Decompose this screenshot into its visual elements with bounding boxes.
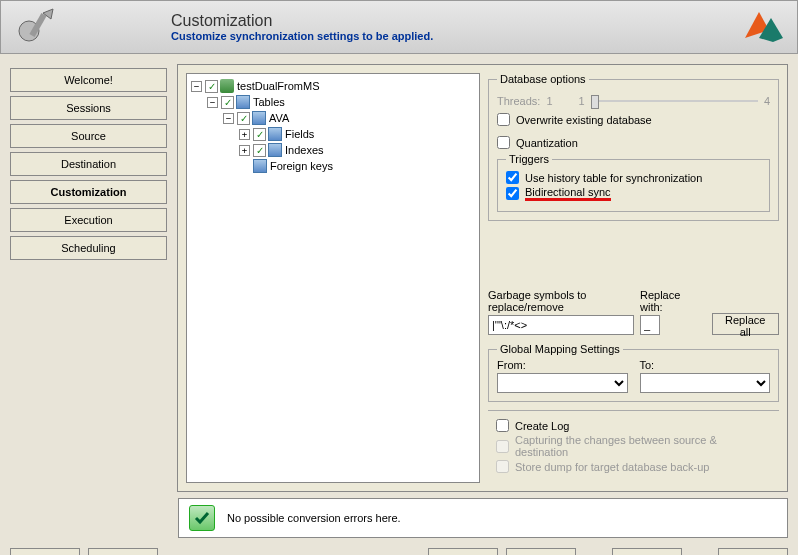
tree-toggle[interactable]: − [191,81,202,92]
tree-checkbox[interactable]: ✓ [205,80,218,93]
createlog-label: Create Log [515,420,569,432]
tree-toggle[interactable]: + [239,129,250,140]
garbage-label: Garbage symbols to replace/remove [488,289,634,313]
help-button[interactable]: Help [718,548,788,555]
threads-slider[interactable] [591,91,758,111]
sidebar-item-scheduling[interactable]: Scheduling [10,236,167,260]
database-icon [220,79,234,93]
triggers-legend: Triggers [506,153,552,165]
status-bar: No possible conversion errors here. [178,498,788,538]
tree-fk[interactable]: Foreign keys [270,160,333,172]
replace-input[interactable] [640,315,660,335]
threads-max: 4 [764,95,770,107]
overwrite-checkbox[interactable] [497,113,510,126]
createlog-checkbox[interactable] [496,419,509,432]
app-logo-icon [741,8,785,46]
dump-checkbox [496,460,509,473]
tables-icon [236,95,250,109]
sidebar: Welcome! Sessions Source Destination Cus… [10,64,167,492]
threads-value: 1 [579,95,585,107]
to-label: To: [640,359,771,371]
options-panel: Database options Threads: 1 1 4 Overwrit… [488,73,779,483]
log-group: Create Log Capturing the changes between… [488,410,779,483]
sidebar-item-source[interactable]: Source [10,124,167,148]
quantization-checkbox[interactable] [497,136,510,149]
tree-checkbox[interactable]: ✓ [253,128,266,141]
success-icon [189,505,215,531]
tree-checkbox[interactable]: ✓ [221,96,234,109]
database-options-group: Database options Threads: 1 1 4 Overwrit… [488,73,779,221]
settings-button[interactable]: Settings [88,548,158,555]
tree-toggle[interactable]: − [223,113,234,124]
footer: About Settings < Back Next > Exit Help [0,538,798,555]
dump-label: Store dump for target database back-up [515,461,709,473]
replace-all-button[interactable]: Replace all [712,313,780,335]
foreign-keys-icon [253,159,267,173]
page-subtitle: Customize synchronization settings to be… [171,30,741,42]
tree-toggle[interactable]: + [239,145,250,156]
mapping-legend: Global Mapping Settings [497,343,623,355]
to-select[interactable] [640,373,771,393]
tree-fields[interactable]: Fields [285,128,314,140]
quantization-label: Quantization [516,137,578,149]
sidebar-item-customization[interactable]: Customization [10,180,167,204]
sidebar-item-sessions[interactable]: Sessions [10,96,167,120]
tree-tables[interactable]: Tables [253,96,285,108]
next-button[interactable]: Next > [506,548,576,555]
tree-checkbox[interactable]: ✓ [253,144,266,157]
table-icon [252,111,266,125]
content-panel: − ✓ testDualFromMS − ✓ Tables − ✓ AVA + … [177,64,788,492]
tree-root[interactable]: testDualFromMS [237,80,320,92]
replace-label: Replace with: [640,289,706,313]
back-button[interactable]: < Back [428,548,498,555]
sidebar-item-execution[interactable]: Execution [10,208,167,232]
history-label: Use history table for synchronization [525,172,702,184]
threads-min: 1 [546,95,552,107]
sidebar-item-destination[interactable]: Destination [10,152,167,176]
garbage-row: Garbage symbols to replace/remove Replac… [488,289,779,335]
fields-icon [268,127,282,141]
exit-button[interactable]: Exit [612,548,682,555]
header: Customization Customize synchronization … [0,0,798,54]
tree-checkbox[interactable]: ✓ [237,112,250,125]
tree-toggle[interactable]: − [207,97,218,108]
tree-indexes[interactable]: Indexes [285,144,324,156]
from-label: From: [497,359,628,371]
garbage-input[interactable] [488,315,634,335]
overwrite-label: Overwrite existing database [516,114,652,126]
from-select[interactable] [497,373,628,393]
database-options-legend: Database options [497,73,589,85]
tree-table-ava[interactable]: AVA [269,112,289,124]
bidirectional-label: Bidirectional sync [525,186,611,201]
capture-label: Capturing the changes between source & d… [515,434,771,458]
triggers-group: Triggers Use history table for synchroni… [497,153,770,212]
page-title: Customization [171,12,741,30]
sidebar-item-welcome[interactable]: Welcome! [10,68,167,92]
mapping-group: Global Mapping Settings From: To: [488,343,779,402]
tool-icon [13,7,61,47]
about-button[interactable]: About [10,548,80,555]
bidirectional-checkbox[interactable] [506,187,519,200]
tree-panel[interactable]: − ✓ testDualFromMS − ✓ Tables − ✓ AVA + … [186,73,480,483]
threads-label: Threads: [497,95,540,107]
status-message: No possible conversion errors here. [227,512,401,524]
capture-checkbox [496,440,509,453]
history-checkbox[interactable] [506,171,519,184]
indexes-icon [268,143,282,157]
